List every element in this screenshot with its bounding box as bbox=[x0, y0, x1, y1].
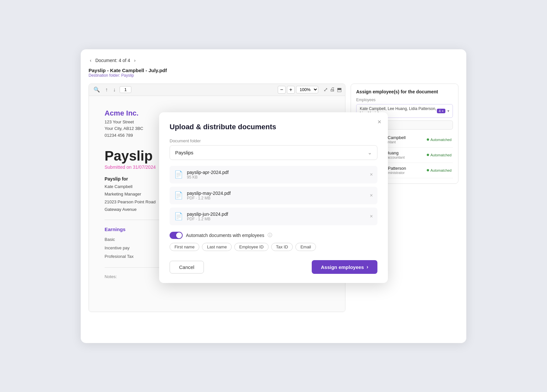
file-size-1: 95 KB bbox=[187, 175, 366, 180]
automatch-label: Automatch documents with employees bbox=[186, 233, 264, 238]
file-icon-1: 📄 bbox=[174, 170, 183, 179]
info-icon[interactable]: ⓘ bbox=[268, 232, 272, 238]
file-icon-3: 📄 bbox=[174, 212, 183, 221]
next-doc-button[interactable]: › bbox=[133, 57, 137, 64]
file-icon-2: 📄 bbox=[174, 191, 183, 200]
modal-tags: First name Last name Employee ID Tax ID … bbox=[170, 243, 377, 251]
modal-folder-name: Payslips bbox=[175, 150, 193, 155]
tag-email[interactable]: Email bbox=[295, 243, 316, 251]
file-size-2: PDF · 1.2 MB bbox=[187, 196, 366, 200]
main-card: ‹ Document: 4 of 4 › Payslip - Kate Camp… bbox=[81, 49, 466, 343]
modal-title: Upload & distribute documents bbox=[170, 123, 377, 131]
modal-close-button[interactable]: × bbox=[377, 118, 381, 126]
prev-doc-button[interactable]: ‹ bbox=[89, 57, 93, 64]
doc-destination: Destination folder: Payslip bbox=[89, 73, 458, 78]
doc-filename: Payslip - Kate Campbell - July.pdf bbox=[89, 68, 458, 73]
main-area: 🔍 ↑ ↓ 1 − + 100% 75% 125% ⤢ 🖨 ⬒ bbox=[89, 84, 458, 312]
file-name-3: payslip-jun-2024.pdf bbox=[187, 212, 366, 217]
doc-title-row: Payslip - Kate Campbell - July.pdf Desti… bbox=[89, 68, 458, 78]
file-info-2: payslip-may-2024.pdf PDF · 1.2 MB bbox=[187, 191, 366, 200]
file-item-1: 📄 payslip-apr-2024.pdf 95 KB × bbox=[170, 166, 377, 183]
tag-first-name[interactable]: First name bbox=[170, 243, 199, 251]
assign-label: Assign employees bbox=[321, 264, 364, 270]
remove-file-1-button[interactable]: × bbox=[370, 172, 373, 178]
modal-overlay: Upload & distribute documents × Document… bbox=[89, 84, 458, 312]
automatch-toggle[interactable] bbox=[170, 232, 183, 239]
file-name-2: payslip-may-2024.pdf bbox=[187, 191, 366, 196]
remove-file-2-button[interactable]: × bbox=[370, 193, 373, 198]
file-item-2: 📄 payslip-may-2024.pdf PDF · 1.2 MB × bbox=[170, 187, 377, 204]
modal-folder-select[interactable]: Payslips ⌄ bbox=[170, 145, 377, 160]
cancel-button[interactable]: Cancel bbox=[170, 261, 204, 274]
automatch-row: Automatch documents with employees ⓘ bbox=[170, 232, 377, 239]
modal: Upload & distribute documents × Document… bbox=[159, 112, 388, 283]
modal-actions: Cancel Assign employees › bbox=[170, 260, 377, 274]
doc-navigation: ‹ Document: 4 of 4 › bbox=[89, 57, 458, 64]
folder-dropdown-arrow-icon: ⌄ bbox=[368, 149, 372, 156]
assign-arrow-icon: › bbox=[367, 264, 368, 270]
file-info-1: payslip-apr-2024.pdf 95 KB bbox=[187, 170, 366, 180]
file-name-1: payslip-apr-2024.pdf bbox=[187, 170, 366, 175]
modal-file-list: 📄 payslip-apr-2024.pdf 95 KB × 📄 payslip… bbox=[170, 166, 377, 225]
tag-tax-id[interactable]: Tax ID bbox=[271, 243, 293, 251]
modal-folder-label: Document folder bbox=[170, 138, 377, 143]
assign-employees-button[interactable]: Assign employees › bbox=[312, 260, 377, 274]
tag-employee-id[interactable]: Employee ID bbox=[234, 243, 268, 251]
file-info-3: payslip-jun-2024.pdf PDF · 1.2 MB bbox=[187, 212, 366, 221]
doc-nav-label: Document: 4 of 4 bbox=[95, 58, 130, 63]
toggle-knob bbox=[176, 232, 182, 238]
file-size-3: PDF · 1.2 MB bbox=[187, 217, 366, 221]
tag-last-name[interactable]: Last name bbox=[202, 243, 232, 251]
file-item-3: 📄 payslip-jun-2024.pdf PDF · 1.2 MB × bbox=[170, 208, 377, 225]
remove-file-3-button[interactable]: × bbox=[370, 213, 373, 219]
